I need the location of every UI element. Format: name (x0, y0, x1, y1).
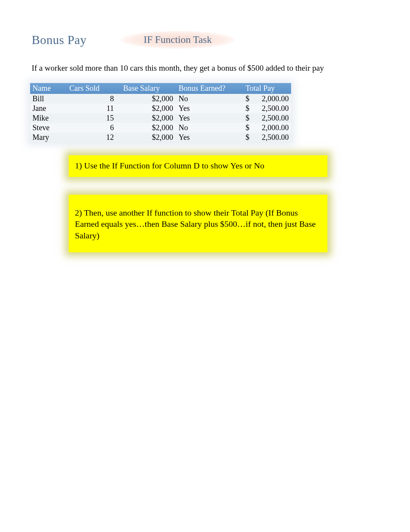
table-row: Mike 15 $2,000 Yes $ 2,500.00 (30, 113, 291, 123)
cell-base-salary: $2,000 (121, 94, 176, 104)
total-value: 2,500.00 (262, 133, 289, 142)
cell-total-pay: $ 2,500.00 (243, 104, 291, 113)
cell-bonus-earned: Yes (176, 104, 243, 113)
table-row: Steve 6 $2,000 No $ 2,000.00 (30, 123, 291, 133)
col-header-name: Name (30, 83, 67, 94)
table-row: Jane 11 $2,000 Yes $ 2,500.00 (30, 104, 291, 113)
cell-name: Jane (30, 104, 67, 113)
cell-total-pay: $ 2,500.00 (243, 113, 291, 123)
cell-base-salary: $2,000 (121, 123, 176, 133)
table-row: Bill 8 $2,000 No $ 2,000.00 (30, 94, 291, 104)
cell-cars-sold: 11 (67, 104, 121, 113)
cell-base-salary: $2,000 (121, 104, 176, 113)
intro-text: If a worker sold more than 10 cars this … (32, 63, 410, 73)
total-value: 2,000.00 (262, 123, 289, 132)
total-currency-symbol: $ (246, 114, 249, 122)
total-currency-symbol: $ (246, 104, 249, 113)
cell-base-salary: $2,000 (121, 113, 176, 123)
col-header-base-salary: Base Salary (121, 83, 176, 94)
total-currency-symbol: $ (246, 94, 249, 103)
instruction-callout-2: 2) Then, use another If function to show… (69, 195, 327, 252)
total-value: 2,500.00 (262, 104, 289, 113)
cell-cars-sold: 12 (67, 133, 121, 142)
instruction-callout-1: 1) Use the If Function for Column D to s… (69, 155, 327, 177)
total-currency-symbol: $ (246, 133, 249, 142)
total-value: 2,000.00 (262, 94, 289, 103)
table-row: Mary 12 $2,000 Yes $ 2,500.00 (30, 133, 291, 142)
col-header-total-pay: Total Pay (243, 83, 291, 94)
cell-name: Mike (30, 113, 67, 123)
cell-name: Steve (30, 123, 67, 133)
col-header-cars-sold: Cars Sold (67, 83, 121, 94)
cell-bonus-earned: No (176, 123, 243, 133)
cell-total-pay: $ 2,000.00 (243, 94, 291, 104)
header-row: Bonus Pay IF Function Task (32, 31, 410, 49)
cell-cars-sold: 8 (67, 94, 121, 104)
cell-bonus-earned: No (176, 94, 243, 104)
cell-bonus-earned: Yes (176, 133, 243, 142)
cell-cars-sold: 15 (67, 113, 121, 123)
task-title: IF Function Task (120, 31, 235, 49)
cell-total-pay: $ 2,000.00 (243, 123, 291, 133)
cell-total-pay: $ 2,500.00 (243, 133, 291, 142)
bonus-pay-table: Name Cars Sold Base Salary Bonus Earned?… (30, 83, 291, 142)
cell-cars-sold: 6 (67, 123, 121, 133)
cell-name: Bill (30, 94, 67, 104)
col-header-bonus-earned: Bonus Earned? (176, 83, 243, 94)
page-title: Bonus Pay (32, 33, 124, 47)
total-currency-symbol: $ (246, 123, 249, 132)
cell-base-salary: $2,000 (121, 133, 176, 142)
table-header-row: Name Cars Sold Base Salary Bonus Earned?… (30, 83, 291, 94)
cell-bonus-earned: Yes (176, 113, 243, 123)
cell-name: Mary (30, 133, 67, 142)
total-value: 2,500.00 (262, 114, 289, 122)
